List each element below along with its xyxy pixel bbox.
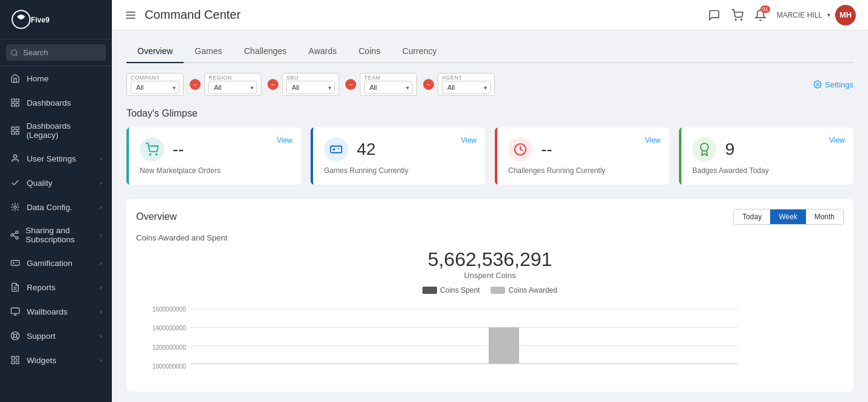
menu-icon[interactable] <box>124 9 137 22</box>
sharing-icon <box>10 230 19 240</box>
remove-sbu-filter[interactable]: − <box>345 79 356 90</box>
view-marketplace-link[interactable]: View <box>277 136 292 145</box>
topbar-left: Command Center <box>124 8 241 22</box>
sidebar-item-sharing[interactable]: Sharing and Subscriptions › <box>0 219 112 251</box>
challenges-label: Challenges Running Currently <box>508 166 658 175</box>
svg-point-11 <box>13 155 16 158</box>
filter-team: TEAM All <box>360 73 417 96</box>
tab-currency[interactable]: Currency <box>391 40 448 63</box>
svg-point-12 <box>14 206 16 208</box>
sidebar-item-user-settings[interactable]: User Settings › <box>0 146 112 171</box>
message-icon[interactable] <box>708 9 721 22</box>
card-games-running: View 42 Games Running Currently <box>311 128 485 185</box>
badges-label: Badges Awarded Today <box>692 166 842 175</box>
svg-rect-4 <box>16 99 19 102</box>
svg-rect-7 <box>12 127 15 130</box>
avatar: MH <box>835 5 856 26</box>
games-value: 42 <box>357 140 376 159</box>
svg-line-28 <box>16 333 18 335</box>
notification-count: 91 <box>760 5 770 13</box>
sidebar-item-label: Gamification <box>27 259 72 268</box>
period-week[interactable]: Week <box>770 210 805 224</box>
card-challenges-running: View -- Challenges Running Currently <box>495 128 669 185</box>
chevron-right-icon: › <box>100 231 102 239</box>
svg-rect-9 <box>12 131 15 134</box>
sidebar-item-gamification[interactable]: Gamification › <box>0 251 112 275</box>
unspent-coins-label: Unspent Coins <box>136 271 844 280</box>
view-games-link[interactable]: View <box>461 136 477 145</box>
chevron-down-icon: ▾ <box>827 12 830 18</box>
svg-point-44 <box>701 143 709 151</box>
support-icon <box>10 330 21 341</box>
agent-select[interactable]: All <box>442 81 491 94</box>
topbar-right: 91 MARCIE HILL ▾ MH <box>708 5 856 26</box>
cart-icon[interactable] <box>731 9 744 22</box>
gamification-icon <box>10 257 21 268</box>
home-icon <box>10 73 21 84</box>
overview-header: Overview Today Week Month <box>136 209 844 225</box>
tab-coins[interactable]: Coins <box>348 40 391 63</box>
tab-overview[interactable]: Overview <box>126 40 184 63</box>
sidebar-item-home[interactable]: Home <box>0 66 112 90</box>
svg-point-41 <box>156 154 157 155</box>
period-month[interactable]: Month <box>806 210 843 224</box>
widgets-icon <box>10 355 21 366</box>
sidebar-item-reports[interactable]: Reports › <box>0 275 112 299</box>
tab-challenges[interactable]: Challenges <box>233 40 297 63</box>
region-select[interactable]: All <box>208 81 257 94</box>
tab-games[interactable]: Games <box>184 40 233 63</box>
legend-awarded: Coins Awarded <box>491 286 557 295</box>
page-title: Command Center <box>145 8 241 22</box>
svg-rect-42 <box>331 146 342 153</box>
sidebar-item-dashboards-legacy[interactable]: Dashboards (Legacy) <box>0 115 112 146</box>
gamepad-icon <box>324 137 348 162</box>
sidebar-item-wallboards[interactable]: Wallboards › <box>0 299 112 324</box>
remove-region-filter[interactable]: − <box>267 79 278 90</box>
view-challenges-link[interactable]: View <box>645 136 661 145</box>
sidebar-item-label: Sharing and Subscriptions <box>26 226 100 244</box>
remove-company-filter[interactable]: − <box>190 79 201 90</box>
search-input[interactable] <box>6 44 106 61</box>
settings-label: Settings <box>825 80 853 89</box>
chevron-right-icon: › <box>100 308 102 315</box>
svg-point-15 <box>16 237 18 239</box>
chevron-right-icon: › <box>100 155 102 162</box>
remove-team-filter[interactable]: − <box>423 79 434 90</box>
sidebar-item-label: Wallboards <box>27 307 67 316</box>
period-today[interactable]: Today <box>734 210 770 224</box>
tab-bar: Overview Games Challenges Awards Coins C… <box>126 40 853 63</box>
tab-awards[interactable]: Awards <box>298 40 348 63</box>
main-content: Command Center 91 MARCIE HILL ▾ MH <box>112 0 868 402</box>
sidebar-item-data-config[interactable]: Data Config. › <box>0 195 112 219</box>
sidebar-item-label: Widgets <box>27 356 57 365</box>
badge-icon <box>692 137 717 162</box>
svg-line-17 <box>13 233 16 234</box>
sidebar-item-label: Dashboards (Legacy) <box>26 121 102 140</box>
svg-rect-32 <box>12 361 15 364</box>
logo-area: Five9 <box>0 0 112 39</box>
view-badges-link[interactable]: View <box>829 136 845 145</box>
notification-bell[interactable]: 91 <box>754 9 767 22</box>
period-selector: Today Week Month <box>733 209 844 225</box>
user-profile[interactable]: MARCIE HILL ▾ MH <box>777 5 856 26</box>
sidebar-item-dashboards[interactable]: Dashboards <box>0 90 112 115</box>
sidebar-item-widgets[interactable]: Widgets › <box>0 348 112 372</box>
sidebar-item-label: Dashboards <box>27 98 71 107</box>
svg-rect-5 <box>12 103 15 106</box>
svg-rect-10 <box>16 131 19 134</box>
sbu-select[interactable]: All <box>286 81 335 94</box>
sidebar-item-support[interactable]: Support › <box>0 324 112 348</box>
glimpse-cards: View -- New Marketplace Orders View <box>126 128 853 185</box>
dashboards-icon <box>10 97 21 108</box>
svg-text:Five9: Five9 <box>31 16 50 24</box>
chevron-right-icon: › <box>100 356 102 364</box>
legend-spent: Coins Spent <box>422 286 480 295</box>
team-select[interactable]: All <box>364 81 413 94</box>
settings-button[interactable]: Settings <box>813 80 853 89</box>
reports-icon <box>10 282 21 293</box>
svg-point-25 <box>13 334 16 337</box>
company-select[interactable]: All <box>131 81 179 94</box>
sidebar-item-quality[interactable]: Quality › <box>0 171 112 195</box>
data-icon <box>10 202 21 213</box>
filter-agent: AGENT All <box>438 73 495 96</box>
